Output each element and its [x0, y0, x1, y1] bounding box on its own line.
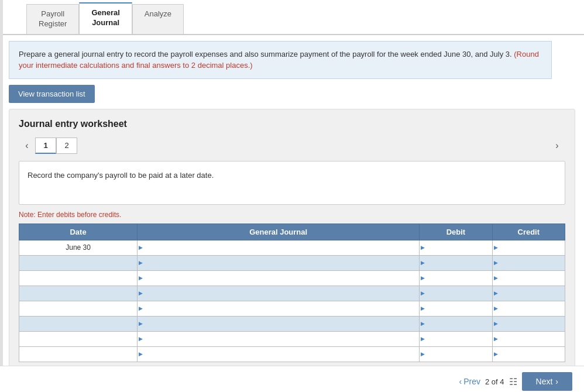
credit-cell[interactable]	[492, 316, 565, 331]
debit-input[interactable]	[420, 301, 492, 316]
table-row	[19, 301, 565, 316]
table-row	[19, 346, 565, 362]
journal-input[interactable]	[138, 271, 419, 286]
page-navigation: ‹ 1 2 ›	[19, 137, 565, 154]
table-row	[19, 255, 565, 270]
date-cell	[19, 286, 138, 301]
journal-cell[interactable]	[138, 331, 420, 346]
grid-icon[interactable]: ☷	[509, 376, 517, 387]
page-prev-arrow[interactable]: ‹	[19, 137, 35, 154]
page-separator: of	[492, 377, 498, 386]
footer-navigation: ‹ Prev 2 of 4 ☷ Next ›	[459, 372, 573, 391]
page-current: 2	[485, 377, 489, 386]
debit-input[interactable]	[420, 286, 492, 301]
date-cell	[19, 270, 138, 286]
credit-input[interactable]	[493, 301, 565, 316]
credit-input[interactable]	[493, 271, 565, 286]
debit-cell[interactable]	[420, 316, 492, 331]
journal-input[interactable]	[138, 301, 419, 316]
journal-table: Date General Journal Debit Credit June 3…	[19, 223, 565, 362]
table-row	[19, 331, 565, 346]
debit-cell[interactable]	[420, 331, 492, 346]
date-cell	[19, 255, 138, 270]
description-box: Record the company's payroll to be paid …	[19, 161, 565, 205]
credit-cell[interactable]	[492, 255, 565, 270]
debit-cell[interactable]	[420, 301, 492, 316]
col-general-journal: General Journal	[138, 223, 420, 240]
credit-cell[interactable]	[492, 270, 565, 286]
debit-cell[interactable]	[420, 255, 492, 270]
debit-input[interactable]	[420, 332, 492, 346]
credit-cell[interactable]	[492, 301, 565, 316]
credit-cell[interactable]	[492, 346, 565, 362]
note-text: Note: Enter debits before credits.	[19, 211, 565, 219]
credit-cell[interactable]	[492, 331, 565, 346]
journal-input[interactable]	[138, 256, 419, 270]
page-2[interactable]: 2	[56, 137, 77, 154]
journal-cell[interactable]	[138, 346, 420, 362]
tab-general-journal[interactable]: GeneralJournal	[79, 2, 132, 34]
journal-input[interactable]	[138, 347, 419, 362]
date-cell	[19, 301, 138, 316]
col-debit: Debit	[420, 223, 492, 240]
view-transaction-button[interactable]: View transaction list	[9, 85, 95, 103]
journal-cell[interactable]	[138, 316, 420, 331]
prev-button[interactable]: ‹ Prev	[459, 377, 480, 386]
date-cell	[19, 331, 138, 346]
credit-cell[interactable]	[492, 286, 565, 301]
page-total: 4	[500, 377, 504, 386]
worksheet-title: Journal entry worksheet	[19, 119, 565, 129]
tab-payroll-register[interactable]: PayrollRegister	[26, 4, 79, 34]
debit-input[interactable]	[420, 271, 492, 286]
col-credit: Credit	[492, 223, 565, 240]
table-row	[19, 270, 565, 286]
journal-cell[interactable]	[138, 255, 420, 270]
prev-label: Prev	[463, 377, 480, 386]
debit-cell[interactable]	[420, 270, 492, 286]
credit-input[interactable]	[493, 240, 565, 255]
instruction-banner: Prepare a general journal entry to recor…	[9, 41, 552, 79]
next-chevron-icon: ›	[555, 377, 558, 386]
journal-cell[interactable]	[138, 270, 420, 286]
date-cell	[19, 316, 138, 331]
debit-input[interactable]	[420, 347, 492, 362]
table-row: June 30	[19, 240, 565, 255]
credit-input[interactable]	[493, 317, 565, 331]
credit-cell[interactable]	[492, 240, 565, 255]
next-label: Next	[536, 377, 553, 386]
debit-input[interactable]	[420, 256, 492, 270]
credit-input[interactable]	[493, 286, 565, 301]
table-row	[19, 286, 565, 301]
date-cell: June 30	[19, 240, 138, 255]
debit-cell[interactable]	[420, 240, 492, 255]
debit-cell[interactable]	[420, 286, 492, 301]
debit-cell[interactable]	[420, 346, 492, 362]
debit-input[interactable]	[420, 317, 492, 331]
table-row	[19, 316, 565, 331]
credit-input[interactable]	[493, 256, 565, 270]
journal-cell[interactable]	[138, 301, 420, 316]
next-button[interactable]: Next ›	[522, 372, 572, 391]
journal-input[interactable]	[138, 240, 419, 255]
page-next-arrow[interactable]: ›	[549, 137, 565, 154]
credit-input[interactable]	[493, 332, 565, 346]
page-info: 2 of 4	[485, 377, 504, 386]
col-date: Date	[19, 223, 138, 240]
footer-bar: ‹ Prev 2 of 4 ☷ Next ›	[0, 366, 584, 392]
description-text: Record the company's payroll to be paid …	[28, 171, 214, 180]
credit-input[interactable]	[493, 347, 565, 362]
journal-input[interactable]	[138, 286, 419, 301]
page-1[interactable]: 1	[35, 137, 56, 154]
tab-analyze[interactable]: Analyze	[132, 4, 184, 34]
worksheet-card: Journal entry worksheet ‹ 1 2 › Record t…	[9, 109, 575, 392]
journal-input[interactable]	[138, 317, 419, 331]
tabs-bar: PayrollRegister GeneralJournal Analyze	[0, 0, 584, 35]
journal-cell[interactable]	[138, 240, 420, 255]
journal-input[interactable]	[138, 332, 419, 346]
prev-chevron-icon: ‹	[459, 377, 462, 386]
debit-input[interactable]	[420, 240, 492, 255]
date-cell	[19, 346, 138, 362]
journal-cell[interactable]	[138, 286, 420, 301]
instruction-main: Prepare a general journal entry to recor…	[19, 50, 512, 59]
